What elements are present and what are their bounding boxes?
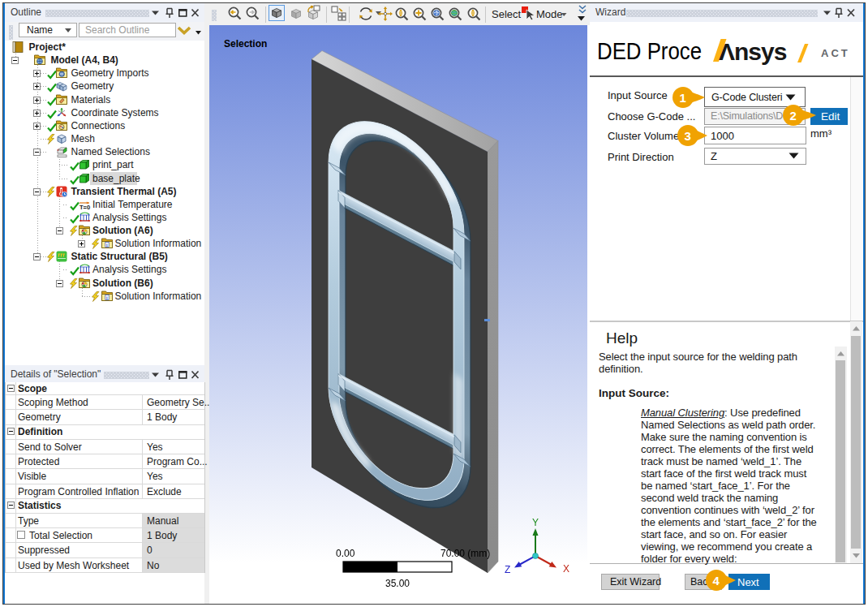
svg-text:T=0: T=0 (79, 204, 90, 211)
svg-text:Y: Y (532, 517, 539, 528)
svg-text:0.00: 0.00 (336, 548, 355, 559)
svg-text:Λnsys: Λnsys (719, 38, 787, 65)
svg-text:1: 1 (680, 91, 686, 105)
svg-text:2: 2 (790, 109, 797, 123)
svg-text:70.00 (mm): 70.00 (mm) (440, 548, 490, 559)
svg-text:4: 4 (713, 574, 720, 588)
svg-text:Z: Z (505, 564, 510, 575)
svg-text:ACT: ACT (821, 47, 850, 59)
svg-text:35.00: 35.00 (385, 578, 410, 589)
svg-text:X: X (563, 563, 569, 575)
svg-text:3: 3 (685, 129, 691, 143)
